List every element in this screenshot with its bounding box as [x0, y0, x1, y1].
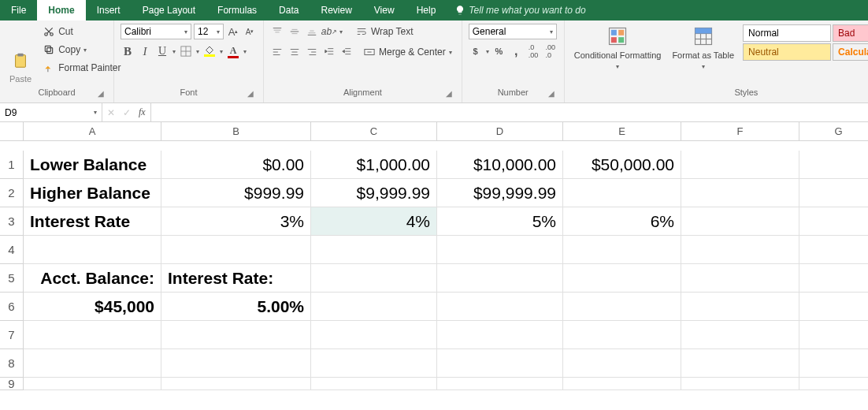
cell-E1[interactable]: $50,000.00	[563, 151, 681, 179]
fill-color-button[interactable]	[202, 44, 217, 58]
cell-B5[interactable]: Interest Rate:	[161, 264, 311, 293]
cell-F2[interactable]	[681, 179, 799, 207]
cell-F9[interactable]	[681, 378, 799, 390]
comma-button[interactable]: ,	[509, 44, 523, 58]
cell-A5[interactable]: Acct. Balance:	[24, 264, 161, 293]
row-header-8[interactable]: 8	[0, 349, 24, 378]
col-header-C[interactable]: C	[311, 122, 437, 141]
cell-B4[interactable]	[161, 236, 311, 264]
cell-C9[interactable]	[311, 378, 437, 390]
spreadsheet-grid[interactable]: A B C D E F G 1 Lower Balance $0.00 $1,0…	[0, 122, 868, 406]
cell-C5[interactable]	[311, 264, 437, 293]
row-header-7[interactable]: 7	[0, 321, 24, 349]
align-middle-button[interactable]	[287, 24, 302, 39]
cell-F6[interactable]	[681, 293, 799, 321]
underline-button[interactable]: U	[155, 44, 169, 58]
cell-A3[interactable]: Interest Rate	[24, 207, 161, 236]
cell-E8[interactable]	[563, 349, 681, 378]
format-as-table-button[interactable]: Format as Table ▾	[669, 24, 737, 85]
tab-formulas[interactable]: Formulas	[206, 0, 268, 20]
orientation-button[interactable]: ab↗	[322, 24, 336, 39]
cell-G2[interactable]	[799, 179, 868, 207]
cell-B2[interactable]: $999.99	[161, 179, 311, 207]
format-painter-button[interactable]: Format Painter	[39, 60, 124, 76]
formula-input[interactable]	[156, 107, 863, 118]
row-header-4[interactable]: 4	[0, 236, 24, 264]
cell-C3[interactable]: 4%	[311, 207, 437, 236]
cell-D1[interactable]: $10,000.00	[437, 151, 563, 179]
cell-D4[interactable]	[437, 236, 563, 264]
row-header-6[interactable]: 6	[0, 293, 24, 321]
chevron-down-icon[interactable]: ▾	[94, 109, 97, 116]
cell-F7[interactable]	[681, 321, 799, 349]
cell-F4[interactable]	[681, 236, 799, 264]
percent-button[interactable]: %	[492, 44, 506, 58]
font-name-combo[interactable]: Calibri▾	[121, 24, 191, 39]
conditional-formatting-button[interactable]: Conditional Formatting ▾	[571, 24, 665, 85]
italic-button[interactable]: I	[138, 44, 152, 58]
align-bottom-button[interactable]	[305, 24, 319, 39]
font-size-combo[interactable]: 12▾	[194, 24, 224, 39]
cell-C4[interactable]	[311, 236, 437, 264]
name-box[interactable]: ▾	[0, 103, 102, 121]
font-color-button[interactable]: A	[226, 44, 240, 58]
row-header-5[interactable]: 5	[0, 264, 24, 293]
decrease-decimal-button[interactable]: .00.0	[543, 44, 558, 58]
cell-F1[interactable]	[681, 151, 799, 179]
cell-G3[interactable]	[799, 207, 868, 236]
cell-E6[interactable]	[563, 293, 681, 321]
cell-C1[interactable]: $1,000.00	[311, 151, 437, 179]
tab-data[interactable]: Data	[268, 0, 310, 20]
enter-formula-button[interactable]: ✓	[123, 107, 131, 118]
cell-D9[interactable]	[437, 378, 563, 390]
tab-review[interactable]: Review	[310, 0, 362, 20]
col-header-E[interactable]: E	[563, 122, 681, 141]
copy-button[interactable]: Copy ▾	[39, 42, 124, 58]
cell-C8[interactable]	[311, 349, 437, 378]
paste-button[interactable]: Paste	[6, 24, 35, 85]
tab-view[interactable]: View	[363, 0, 406, 20]
cell-A7[interactable]	[24, 321, 161, 349]
cell-B6[interactable]: 5.00%	[161, 293, 311, 321]
cell-B3[interactable]: 3%	[161, 207, 311, 236]
align-left-button[interactable]	[270, 45, 284, 59]
align-center-button[interactable]	[287, 45, 302, 59]
tab-insert[interactable]: Insert	[86, 0, 132, 20]
grow-font-button[interactable]: A▴	[226, 24, 240, 39]
cell-D2[interactable]: $99,999.99	[437, 179, 563, 207]
cell-E3[interactable]: 6%	[563, 207, 681, 236]
cell-E4[interactable]	[563, 236, 681, 264]
decrease-indent-button[interactable]	[322, 45, 336, 59]
tab-page-layout[interactable]: Page Layout	[132, 0, 206, 20]
cell-A1[interactable]: Lower Balance	[24, 151, 161, 179]
col-header-B[interactable]: B	[161, 122, 311, 141]
cell-B9[interactable]	[161, 378, 311, 390]
cell-G1[interactable]	[799, 151, 868, 179]
cell-A9[interactable]	[24, 378, 161, 390]
select-all-button[interactable]	[0, 122, 24, 141]
col-header-F[interactable]: F	[681, 122, 799, 141]
wrap-text-button[interactable]: Wrap Text	[352, 24, 417, 39]
row-header-1[interactable]: 1	[0, 151, 24, 179]
cell-E9[interactable]	[563, 378, 681, 390]
cell-D5[interactable]	[437, 264, 563, 293]
cell-B1[interactable]: $0.00	[161, 151, 311, 179]
number-format-combo[interactable]: General▾	[469, 24, 557, 39]
cell-G6[interactable]	[799, 293, 868, 321]
cell-style-calculation[interactable]: Calculation	[833, 43, 868, 61]
bold-button[interactable]: B	[121, 44, 135, 58]
cell-A4[interactable]	[24, 236, 161, 264]
cancel-formula-button[interactable]: ✕	[107, 107, 115, 118]
col-header-G[interactable]: G	[799, 122, 868, 141]
accounting-button[interactable]: $	[469, 44, 483, 58]
tab-home[interactable]: Home	[37, 0, 85, 20]
cell-G9[interactable]	[799, 378, 868, 390]
cut-button[interactable]: Cut	[39, 24, 124, 39]
number-dialog-launcher[interactable]: ◢	[547, 88, 556, 98]
cell-style-bad[interactable]: Bad	[833, 24, 868, 42]
cell-G7[interactable]	[799, 321, 868, 349]
clipboard-dialog-launcher[interactable]: ◢	[96, 88, 106, 98]
merge-center-button[interactable]: Merge & Center ▾	[360, 44, 455, 60]
row-header-3[interactable]: 3	[0, 207, 24, 236]
col-header-A[interactable]: A	[24, 122, 161, 141]
